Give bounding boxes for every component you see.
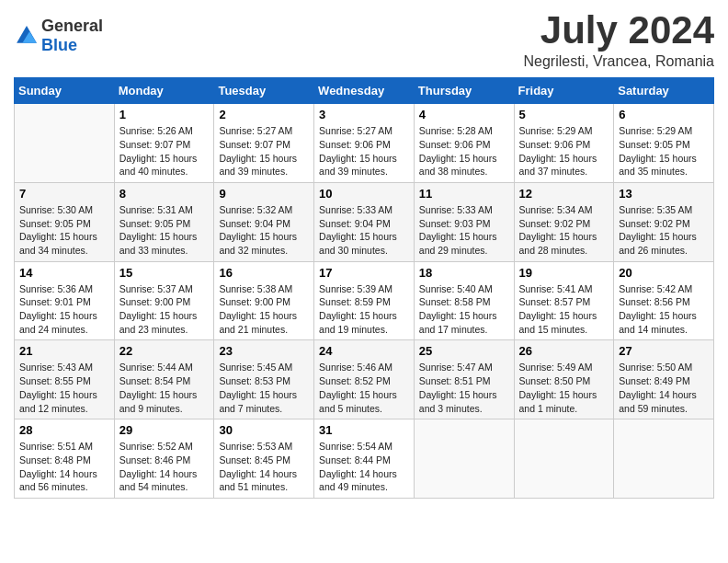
- day-info: Sunrise: 5:26 AM Sunset: 9:07 PM Dayligh…: [119, 124, 210, 178]
- day-number: 2: [219, 108, 309, 121]
- calendar-week-row: 7Sunrise: 5:30 AM Sunset: 9:05 PM Daylig…: [15, 182, 714, 261]
- day-number: 12: [519, 187, 609, 201]
- calendar-cell: 24Sunrise: 5:46 AM Sunset: 8:52 PM Dayli…: [314, 340, 415, 419]
- day-number: 15: [119, 266, 210, 280]
- calendar-cell: 2Sunrise: 5:27 AM Sunset: 9:07 PM Daylig…: [214, 104, 314, 183]
- day-number: 9: [219, 187, 309, 201]
- day-info: Sunrise: 5:47 AM Sunset: 8:51 PM Dayligh…: [419, 361, 509, 415]
- day-number: 18: [419, 266, 509, 280]
- calendar-table: SundayMondayTuesdayWednesdayThursdayFrid…: [14, 77, 714, 499]
- day-info: Sunrise: 5:34 AM Sunset: 9:02 PM Dayligh…: [519, 203, 609, 258]
- calendar-cell: 4Sunrise: 5:28 AM Sunset: 9:06 PM Daylig…: [414, 104, 514, 183]
- title-area: July 2024 Negrilesti, Vrancea, Romania: [524, 9, 715, 70]
- day-info: Sunrise: 5:27 AM Sunset: 9:06 PM Dayligh…: [319, 124, 409, 178]
- day-number: 21: [19, 344, 109, 358]
- day-number: 31: [319, 423, 409, 437]
- calendar-week-row: 14Sunrise: 5:36 AM Sunset: 9:01 PM Dayli…: [15, 261, 714, 340]
- day-number: 29: [119, 423, 210, 437]
- day-info: Sunrise: 5:32 AM Sunset: 9:04 PM Dayligh…: [219, 203, 309, 258]
- calendar-cell: 20Sunrise: 5:42 AM Sunset: 8:56 PM Dayli…: [614, 261, 714, 340]
- weekday-header-tuesday: Tuesday: [214, 78, 314, 104]
- calendar-week-row: 21Sunrise: 5:43 AM Sunset: 8:55 PM Dayli…: [15, 340, 714, 419]
- calendar-cell: 26Sunrise: 5:49 AM Sunset: 8:50 PM Dayli…: [514, 340, 614, 419]
- day-number: 17: [319, 266, 409, 280]
- calendar-cell: 16Sunrise: 5:38 AM Sunset: 9:00 PM Dayli…: [214, 261, 314, 340]
- weekday-header-wednesday: Wednesday: [314, 78, 415, 104]
- day-info: Sunrise: 5:27 AM Sunset: 9:07 PM Dayligh…: [219, 124, 309, 178]
- calendar-week-row: 28Sunrise: 5:51 AM Sunset: 8:48 PM Dayli…: [15, 419, 714, 499]
- day-number: 27: [619, 344, 709, 358]
- calendar-body: 1Sunrise: 5:26 AM Sunset: 9:07 PM Daylig…: [15, 104, 714, 499]
- day-info: Sunrise: 5:28 AM Sunset: 9:06 PM Dayligh…: [419, 124, 509, 178]
- logo-blue-text: Blue: [41, 36, 77, 54]
- day-info: Sunrise: 5:42 AM Sunset: 8:56 PM Dayligh…: [619, 282, 709, 337]
- calendar-cell: 29Sunrise: 5:52 AM Sunset: 8:46 PM Dayli…: [114, 419, 214, 499]
- calendar-header: SundayMondayTuesdayWednesdayThursdayFrid…: [15, 78, 714, 104]
- calendar-cell: 13Sunrise: 5:35 AM Sunset: 9:02 PM Dayli…: [614, 182, 714, 261]
- calendar-cell: [514, 419, 614, 499]
- day-number: 25: [419, 344, 509, 358]
- day-info: Sunrise: 5:44 AM Sunset: 8:54 PM Dayligh…: [119, 361, 210, 415]
- location-subtitle: Negrilesti, Vrancea, Romania: [524, 53, 715, 70]
- day-number: 23: [219, 344, 309, 358]
- weekday-header-sunday: Sunday: [15, 78, 115, 104]
- calendar-cell: 6Sunrise: 5:29 AM Sunset: 9:05 PM Daylig…: [614, 104, 714, 183]
- day-number: 5: [519, 108, 609, 121]
- weekday-header-thursday: Thursday: [414, 78, 514, 104]
- calendar-cell: 14Sunrise: 5:36 AM Sunset: 9:01 PM Dayli…: [15, 261, 115, 340]
- calendar-cell: 18Sunrise: 5:40 AM Sunset: 8:58 PM Dayli…: [414, 261, 514, 340]
- logo: General Blue: [14, 17, 103, 55]
- calendar-cell: [614, 419, 714, 499]
- day-info: Sunrise: 5:53 AM Sunset: 8:45 PM Dayligh…: [219, 440, 309, 494]
- day-number: 26: [519, 344, 609, 358]
- day-number: 22: [119, 344, 210, 358]
- day-info: Sunrise: 5:29 AM Sunset: 9:05 PM Dayligh…: [619, 124, 709, 178]
- calendar-cell: 3Sunrise: 5:27 AM Sunset: 9:06 PM Daylig…: [314, 104, 415, 183]
- calendar-cell: 1Sunrise: 5:26 AM Sunset: 9:07 PM Daylig…: [114, 104, 214, 183]
- day-info: Sunrise: 5:45 AM Sunset: 8:53 PM Dayligh…: [219, 361, 309, 415]
- calendar-cell: 22Sunrise: 5:44 AM Sunset: 8:54 PM Dayli…: [114, 340, 214, 419]
- day-info: Sunrise: 5:29 AM Sunset: 9:06 PM Dayligh…: [519, 124, 609, 178]
- day-number: 7: [19, 187, 109, 201]
- calendar-cell: 28Sunrise: 5:51 AM Sunset: 8:48 PM Dayli…: [15, 419, 115, 499]
- day-number: 14: [19, 266, 109, 280]
- calendar-cell: 17Sunrise: 5:39 AM Sunset: 8:59 PM Dayli…: [314, 261, 415, 340]
- day-number: 30: [219, 423, 309, 437]
- day-number: 6: [619, 108, 709, 121]
- calendar-cell: 31Sunrise: 5:54 AM Sunset: 8:44 PM Dayli…: [314, 419, 415, 499]
- day-info: Sunrise: 5:33 AM Sunset: 9:04 PM Dayligh…: [319, 203, 409, 258]
- month-title: July 2024: [524, 9, 715, 52]
- weekday-header-monday: Monday: [114, 78, 214, 104]
- day-info: Sunrise: 5:43 AM Sunset: 8:55 PM Dayligh…: [19, 361, 109, 415]
- calendar-cell: [414, 419, 514, 499]
- day-number: 3: [319, 108, 409, 121]
- calendar-cell: 10Sunrise: 5:33 AM Sunset: 9:04 PM Dayli…: [314, 182, 415, 261]
- day-info: Sunrise: 5:51 AM Sunset: 8:48 PM Dayligh…: [19, 440, 109, 494]
- day-info: Sunrise: 5:39 AM Sunset: 8:59 PM Dayligh…: [319, 282, 409, 337]
- calendar-cell: 30Sunrise: 5:53 AM Sunset: 8:45 PM Dayli…: [214, 419, 314, 499]
- weekday-header-friday: Friday: [514, 78, 614, 104]
- calendar-cell: 8Sunrise: 5:31 AM Sunset: 9:05 PM Daylig…: [114, 182, 214, 261]
- day-number: 19: [519, 266, 609, 280]
- day-info: Sunrise: 5:52 AM Sunset: 8:46 PM Dayligh…: [119, 440, 210, 494]
- calendar-cell: 21Sunrise: 5:43 AM Sunset: 8:55 PM Dayli…: [15, 340, 115, 419]
- day-info: Sunrise: 5:46 AM Sunset: 8:52 PM Dayligh…: [319, 361, 409, 415]
- day-number: 1: [119, 108, 210, 121]
- calendar-cell: 27Sunrise: 5:50 AM Sunset: 8:49 PM Dayli…: [614, 340, 714, 419]
- day-info: Sunrise: 5:41 AM Sunset: 8:57 PM Dayligh…: [519, 282, 609, 337]
- calendar-week-row: 1Sunrise: 5:26 AM Sunset: 9:07 PM Daylig…: [15, 104, 714, 183]
- calendar-cell: [15, 104, 115, 183]
- day-number: 10: [319, 187, 409, 201]
- day-number: 4: [419, 108, 509, 121]
- day-info: Sunrise: 5:35 AM Sunset: 9:02 PM Dayligh…: [619, 203, 709, 258]
- weekday-header-saturday: Saturday: [614, 78, 714, 104]
- calendar-cell: 11Sunrise: 5:33 AM Sunset: 9:03 PM Dayli…: [414, 182, 514, 261]
- day-number: 8: [119, 187, 210, 201]
- day-number: 20: [619, 266, 709, 280]
- day-info: Sunrise: 5:36 AM Sunset: 9:01 PM Dayligh…: [19, 282, 109, 337]
- calendar-cell: 12Sunrise: 5:34 AM Sunset: 9:02 PM Dayli…: [514, 182, 614, 261]
- day-info: Sunrise: 5:50 AM Sunset: 8:49 PM Dayligh…: [619, 361, 709, 415]
- logo-icon: [14, 23, 40, 49]
- day-info: Sunrise: 5:54 AM Sunset: 8:44 PM Dayligh…: [319, 440, 409, 494]
- day-info: Sunrise: 5:38 AM Sunset: 9:00 PM Dayligh…: [219, 282, 309, 337]
